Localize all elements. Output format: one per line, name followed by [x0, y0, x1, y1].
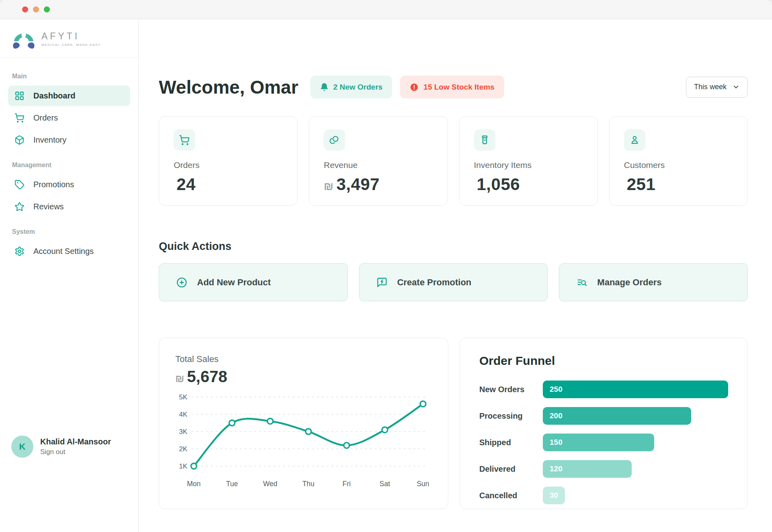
pill-bottle-icon	[479, 135, 490, 145]
stat-label: Revenue	[324, 160, 433, 170]
sidebar-item-label: Promotions	[33, 180, 74, 189]
brand-tagline: MEDICAL CARE, MADE EASY	[41, 43, 101, 47]
cart-icon	[14, 113, 25, 123]
quick-action-label: Add New Product	[197, 277, 271, 288]
minimize-window-button[interactable]	[33, 6, 39, 12]
period-select-value: This week	[694, 83, 727, 91]
stat-value: 24	[177, 175, 196, 194]
afyti-logo-icon	[11, 27, 36, 50]
funnel-label: Shipped	[479, 438, 543, 447]
create-promotion-button[interactable]: Create Promotion	[359, 263, 548, 301]
stat-label: Customers	[624, 160, 733, 170]
main-content: Welcome, Omar 2 New Orders 15 Low Stock …	[139, 19, 772, 532]
funnel-bar: 120	[543, 460, 632, 478]
manage-orders-button[interactable]: Manage Orders	[559, 263, 748, 301]
sidebar-item-label: Reviews	[33, 202, 64, 211]
funnel-row-cancelled: Cancelled 30	[479, 487, 728, 504]
low-stock-badge[interactable]: 15 Low Stock Items	[400, 76, 504, 98]
stat-card-orders: Orders 24	[159, 116, 298, 206]
sidebar-item-label: Dashboard	[33, 91, 75, 100]
cart-icon	[179, 135, 190, 145]
quick-actions-row: Add New Product Create Promotion Manage …	[159, 263, 748, 301]
svg-text:Fri: Fri	[343, 480, 351, 488]
user-profile: K Khalid Al-Mansoor Sign out	[0, 436, 138, 532]
quick-action-label: Manage Orders	[597, 277, 661, 288]
charts-row: Total Sales ₪5,678 1K2K3K4K5KMonTueWedTh…	[159, 338, 748, 509]
sidebar-item-label: Account Settings	[33, 247, 94, 256]
period-select[interactable]: This week	[686, 77, 748, 98]
app-window: AFYTI MEDICAL CARE, MADE EASY Main Dashb…	[0, 0, 772, 532]
svg-text:Wed: Wed	[263, 480, 277, 488]
svg-text:5K: 5K	[179, 393, 187, 401]
funnel-bar: 30	[543, 487, 565, 504]
sidebar-item-label: Orders	[33, 113, 58, 123]
add-new-product-button[interactable]: Add New Product	[159, 263, 348, 301]
stats-row: Orders 24 Revenue ₪3,497 Inventory Items…	[159, 116, 748, 206]
stat-card-inventory: Inventory Items 1,056	[459, 116, 598, 206]
funnel-row-delivered: Delivered 120	[479, 460, 728, 478]
close-window-button[interactable]	[22, 6, 28, 12]
funnel-bar: 150	[543, 434, 654, 451]
order-funnel-title: Order Funnel	[479, 354, 728, 368]
total-sales-card: Total Sales ₪5,678 1K2K3K4K5KMonTueWedTh…	[159, 338, 448, 509]
new-orders-badge[interactable]: 2 New Orders	[310, 76, 392, 98]
search-list-icon	[576, 277, 587, 288]
gear-icon	[14, 246, 25, 256]
sidebar-item-reviews[interactable]: Reviews	[8, 196, 130, 217]
nav-section-management: Management	[12, 162, 126, 169]
funnel-bar: 200	[543, 407, 691, 425]
brand-name: AFYTI	[41, 31, 101, 42]
bell-icon	[320, 83, 329, 91]
page-header: Welcome, Omar 2 New Orders 15 Low Stock …	[159, 76, 748, 98]
svg-text:1K: 1K	[179, 462, 187, 470]
total-sales-value: 5,678	[187, 368, 227, 385]
alert-icon	[410, 83, 419, 92]
total-sales-line-chart: 1K2K3K4K5KMonTueWedThuFriSatSun	[175, 392, 432, 491]
window-titlebar	[0, 0, 772, 19]
funnel-label: Processing	[479, 411, 543, 421]
stat-label: Orders	[174, 160, 283, 170]
svg-text:Sun: Sun	[417, 480, 429, 488]
svg-text:Mon: Mon	[187, 480, 201, 488]
sidebar-item-orders[interactable]: Orders	[8, 108, 130, 128]
funnel-row-processing: Processing 200	[479, 407, 728, 425]
svg-text:Thu: Thu	[302, 480, 314, 488]
order-funnel-chart: New Orders 250 Processing 200 Shipped 15…	[479, 381, 728, 504]
stat-value: 1,056	[477, 175, 520, 194]
sidebar-item-dashboard[interactable]: Dashboard	[8, 86, 130, 106]
total-sales-title: Total Sales	[175, 354, 432, 364]
stat-label: Inventory Items	[474, 160, 583, 170]
sidebar: AFYTI MEDICAL CARE, MADE EASY Main Dashb…	[0, 19, 139, 532]
sidebar-item-inventory[interactable]: Inventory	[8, 130, 130, 150]
funnel-label: Cancelled	[479, 491, 543, 500]
currency-symbol: ₪	[324, 180, 333, 192]
funnel-row-new-orders: New Orders 250	[479, 381, 728, 398]
sign-out-link[interactable]: Sign out	[40, 448, 111, 456]
sidebar-item-account-settings[interactable]: Account Settings	[8, 241, 130, 262]
plus-circle-icon	[176, 277, 187, 288]
star-icon	[14, 202, 25, 212]
funnel-bar: 250	[543, 381, 728, 398]
stat-value: 251	[627, 175, 656, 194]
svg-text:4K: 4K	[179, 411, 187, 418]
order-funnel-card: Order Funnel New Orders 250 Processing 2…	[460, 338, 748, 509]
quick-actions-title: Quick Actions	[159, 240, 748, 253]
page-title: Welcome, Omar	[159, 76, 298, 98]
avatar: K	[11, 436, 33, 458]
sidebar-item-label: Inventory	[33, 135, 66, 145]
badge-label: 15 Low Stock Items	[423, 83, 494, 92]
promotion-icon	[376, 277, 388, 288]
funnel-label: Delivered	[479, 464, 543, 474]
stat-value: 3,497	[337, 175, 380, 194]
user-name: Khalid Al-Mansoor	[40, 437, 111, 446]
zoom-window-button[interactable]	[44, 6, 50, 12]
sidebar-nav: Main Dashboard Orders Inventory Manageme…	[0, 57, 138, 263]
currency-symbol: ₪	[175, 373, 184, 384]
coins-icon	[329, 135, 340, 145]
user-icon	[629, 135, 640, 145]
chevron-down-icon	[732, 83, 740, 91]
dashboard-icon	[14, 91, 25, 101]
funnel-row-shipped: Shipped 150	[479, 434, 728, 451]
sidebar-item-promotions[interactable]: Promotions	[8, 174, 130, 195]
svg-text:Sat: Sat	[380, 480, 390, 488]
